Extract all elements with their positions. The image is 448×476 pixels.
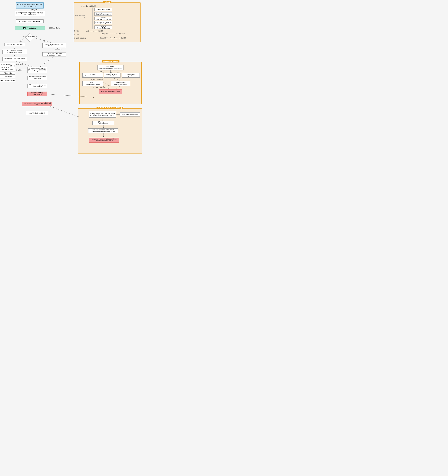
factory-bean-box: FeignClientFactoryBean (创建FeignClient动态代… — [16, 2, 44, 8]
newinstance-section-title: ReflectiveFeign.newInstance() — [97, 107, 123, 109]
encoder-box: Encoder (SpringEncoder) — [94, 12, 112, 16]
invocation-factory-box: 代理工厂 InvocationHandlerFactory — [83, 81, 103, 86]
method-factory-box: 方法处理器工厂 SynchronousMethodHandler.Factory — [83, 73, 103, 78]
ni-invocation-handler-label: InvocationHandlerFactory 创建代理对象 (Reflect… — [89, 129, 117, 132]
get-targeter-label: 从 FeignContext 获取 Targeter (HystrixTarge… — [28, 68, 46, 72]
hard-coded-box: HardCodedTarget — [0, 68, 15, 71]
feign-factory-small-box: FeignClientFactoryBean — [0, 79, 15, 82]
new-instance-label: ReflectiveFeign 的 newInstance 方法 构建动态代理对… — [23, 102, 51, 106]
get-context-box: 获取 FeignContext (FeignContext 中有每个服务独立的S… — [15, 11, 45, 16]
bracket-svg — [92, 7, 95, 29]
process-service-label: 处理成带服务名的地址，拼接 path (http://demo-producer… — [43, 44, 65, 47]
query-encoder-label: 查询参数编码器 QueryMapEncoder — [123, 74, 139, 77]
logger-label: Logger (Slf4jLogger) — [97, 9, 110, 11]
p4-desc: 配置文件中 feign.client. <clientName> 服务配置 — [86, 37, 140, 39]
parse-handlers-label: Feign 接口解析器 ParseHandlersByName — [112, 82, 129, 85]
feign-context-small-box: FeignContext — [0, 75, 15, 78]
build-params-box: Client、Retryer、 List<RequestInterceptor>… — [98, 65, 123, 70]
decoder-label: Decoder (ResponseEntityDecoder) — [95, 17, 111, 20]
get-context-label: 获取 FeignContext (FeignContext 中有每个服务独立的S… — [16, 12, 44, 16]
get-builder-box: 从 FeignContext 获取 Feign.Builder — [16, 19, 44, 23]
pass-params-label: 传入参数 — [16, 69, 22, 71]
pass-create-label: 传入参数，创建Feign — [93, 87, 105, 89]
feign-section-title: feign() — [103, 1, 111, 3]
p3-desc: 配置文件中 feign.client.default 全 局默认配置 — [86, 33, 140, 35]
svg-line-12 — [40, 56, 54, 67]
retryer-box: Retryer (NEVER_RETRY) — [94, 21, 112, 24]
no-label: 否 — [44, 40, 45, 42]
configure-label: 配置 Feign.Builder — [49, 27, 61, 29]
p3-label: 第三配置 — [74, 34, 79, 35]
call-target-method-label: 调用 Targeter 的 target 方法 (创建动态代理) — [28, 76, 46, 79]
parse-handlers-box: Feign 接口解析器 ParseHandlersByName — [111, 81, 130, 86]
build-feign-label: build() 方法构建 Feign (ReflectiveFeign) — [28, 92, 46, 95]
main-container: FeignClientFactoryBean (创建FeignClient动态代… — [0, 0, 145, 159]
build-feign-box: build() 方法构建 Feign (ReflectiveFeign) — [27, 91, 47, 96]
register-bean-label: 动态代理对象注入IoC容器 — [29, 112, 45, 114]
proxy-label: Proxy.newProxyInstance 创建接口的动态代理 (Proxy … — [90, 138, 118, 142]
contract-label: Contract (SpringMvcContract) — [95, 25, 111, 29]
build-params-label: Client、Retryer、 List<RequestInterceptor>… — [99, 66, 122, 69]
get-client-url-label: 从 FeignContext 获取 Client (LoadBalancerFe… — [3, 50, 26, 53]
svg-line-43 — [112, 78, 121, 81]
proxy-box: Proxy.newProxyInstance 创建接口的动态代理 (Proxy … — [89, 138, 119, 142]
p2-label: 第二配置 — [74, 30, 79, 32]
feign-context-small-label: FeignContext — [4, 76, 12, 78]
retryer-label: Retryer (NEVER_RETRY) — [95, 22, 111, 24]
yes-label: 是 — [20, 40, 22, 42]
ni-invocation-handler-box: InvocationHandlerFactory 创建代理对象 (Reflect… — [88, 128, 118, 133]
get-client-url-box: 从 FeignContext 获取 Client (LoadBalancerFe… — [2, 50, 27, 54]
pass-params-build-label: 传入参数，创建解析器 — [91, 78, 103, 80]
get-http-label: 得到原始的HTTP组件 (Client.Default) — [5, 58, 25, 60]
configure-builder-box: 配置 Feign.Builder — [15, 26, 45, 30]
construct-target-label: 构造 Target — [16, 63, 23, 65]
svg-line-7 — [35, 38, 51, 42]
encoder-label: Encoder (SpringEncoder) — [96, 13, 111, 15]
feign-section: feign() 从 FeignContext 获取组件 Logger (Slf4… — [74, 2, 141, 42]
convert-map-box: 转换成 Map<Method, MethodHandler> — [92, 121, 114, 125]
get-client-lb-box: 从 FeignContext 获取 Client (LoadBalancerFe… — [42, 52, 66, 57]
get-client-lb-label: 从 FeignContext 获取 Client (LoadBalancerFe… — [43, 53, 65, 56]
factory-bean-label: FeignClientFactoryBean (创建FeignClient动态代… — [17, 4, 43, 7]
get-http-box: 得到原始的HTTP组件 (Client.Default) — [2, 57, 27, 61]
invocation-factory-label: 代理工厂 InvocationHandlerFactory — [83, 82, 102, 85]
get-object-label: getObject — [31, 9, 37, 11]
query-encoder-box: 查询参数编码器 QueryMapEncoder — [122, 73, 140, 78]
p1-label: 第一配置 优先级最低 — [74, 15, 85, 18]
create-label: 创建 — [100, 71, 102, 73]
feign-factory-small-label: FeignClientFactoryBean — [0, 80, 15, 81]
contract-parse-label: Contract 解析 springmvc注解 — [122, 114, 138, 115]
create-feign-label: 创建 Feign 组件 (ReflectiveFeign) — [101, 91, 120, 92]
process-url-box: 处理URL地址，拼接 path — [4, 43, 25, 46]
diamond-label: @FeignClient 配置了 url？ — [22, 36, 37, 37]
p2-desc: 自定义 Configuration 中的配置 — [86, 30, 103, 32]
hard-coded-label: HardCodedTarget — [2, 68, 13, 70]
feign-builder-small-label: Feign.Builder — [4, 72, 12, 74]
decoder-box: Decoder (ResponseEntityDecoder) — [94, 17, 112, 20]
logger-box: Logger (Slf4jLogger) — [94, 8, 112, 11]
load-balance-label: loadBalance — [55, 48, 62, 50]
svg-line-45 — [115, 86, 121, 89]
contract-encoder-box: Contract、Encoder、Decoder — [104, 73, 121, 78]
convert-map-label: 转换成 Map<Method, MethodHandler> — [93, 121, 113, 125]
build-section-title: Feign.Build build() — [102, 60, 119, 62]
new-instance-box: ReflectiveFeign 的 newInstance 方法 构建动态代理对… — [22, 102, 52, 106]
method-factory-label: 方法处理器工厂 SynchronousMethodHandler.Factory — [83, 74, 103, 77]
get-builder-label: 从 FeignContext 获取 Feign.Builder — [19, 20, 41, 22]
get-targeter-box: 从 FeignContext 获取 Targeter (HystrixTarge… — [27, 67, 47, 73]
newinstance-section: ReflectiveFeign.newInstance() 使用 ParseHa… — [78, 108, 142, 153]
process-url-label: 处理URL地址，拼接 path — [7, 44, 22, 45]
ni-parse-handlers-box: 使用 ParseHandlersByName 解析接口 得到名称与方法的映射 M… — [89, 111, 116, 118]
create-feign-box: 创建 Feign 组件 (ReflectiveFeign) — [99, 89, 122, 94]
diamond-container: @FeignClient 配置了 url？ — [26, 34, 33, 41]
p4-label: 第四配置 优先级最高 — [74, 37, 86, 39]
call-build-target-label: 调用 Feign.Builder 的 target 方法创建 动态代理 — [28, 84, 46, 87]
call-target-method-box: 调用 Targeter 的 target 方法 (创建动态代理) — [27, 76, 47, 80]
contract-encoder-label: Contract、Encoder、Decoder — [105, 74, 120, 77]
feign-get-component-label: 从 FeignContext 获取组件 — [81, 5, 97, 7]
feign-builder-small-box: Feign.Builder — [0, 72, 15, 74]
build-section: Feign.Build build() Client、Retryer、 List… — [79, 62, 142, 104]
ni-parse-handlers-label: 使用 ParseHandlersByName 解析接口 得到名称与方法的映射 M… — [90, 113, 116, 116]
register-bean-box: 动态代理对象注入IoC容器 — [26, 111, 48, 115]
process-service-box: 处理成带服务名的地址，拼接 path (http://demo-producer… — [42, 43, 66, 48]
